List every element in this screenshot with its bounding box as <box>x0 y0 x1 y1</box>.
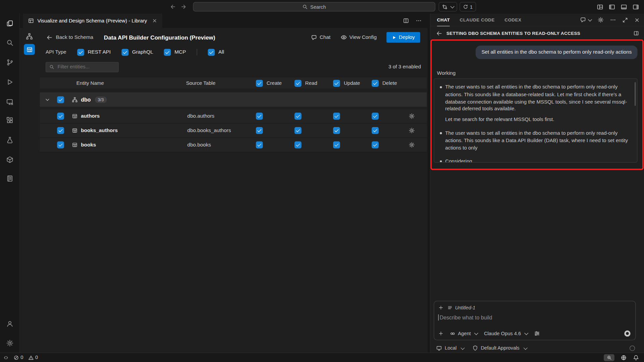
activity-bar <box>0 13 20 353</box>
col-read-checkbox[interactable] <box>294 80 302 87</box>
mcp-checkbox[interactable] <box>164 49 171 56</box>
table-designer-button[interactable] <box>24 44 35 55</box>
tab-visualize-design-schema[interactable]: Visualize and Design Schema (Preview) - … <box>23 13 162 28</box>
tab-claude-code[interactable]: CLAUDE CODE <box>460 13 495 26</box>
filter-entities-input[interactable] <box>57 64 112 70</box>
row-settings-gear-icon[interactable] <box>409 142 415 148</box>
problems-errors[interactable]: 0 <box>13 355 23 360</box>
command-center-search[interactable]: Search <box>193 2 435 11</box>
attach-icon[interactable] <box>438 331 444 336</box>
back-label: Back to Schema <box>56 35 93 40</box>
thought-item: The user wants to set all entities in th… <box>439 130 631 152</box>
git-compare-button[interactable] <box>439 2 457 11</box>
rest-api-checkbox-option[interactable]: REST API <box>77 49 111 56</box>
user-message-bubble: Set all entities in the dbo schema to pe… <box>476 46 637 59</box>
chat-settings-gear-icon[interactable] <box>598 17 604 23</box>
row-authors-read-checkbox[interactable] <box>294 113 302 120</box>
col-delete-checkbox[interactable] <box>372 80 379 87</box>
schema-view-button[interactable] <box>24 31 35 42</box>
notifications-bell-icon[interactable] <box>633 354 639 360</box>
view-config-button[interactable]: View Config <box>340 34 377 41</box>
new-chat-dropdown[interactable] <box>580 17 591 23</box>
toggle-panel-icon[interactable] <box>621 3 627 10</box>
zoom-status-button[interactable] <box>604 354 614 361</box>
row-books-authors-read-checkbox[interactable] <box>294 127 302 134</box>
table-entity-icon <box>72 142 77 148</box>
open-session-split-icon[interactable] <box>633 31 639 36</box>
row-books-delete-checkbox[interactable] <box>372 141 379 148</box>
chat-more-actions-icon[interactable] <box>610 17 616 23</box>
sidebar-item-database-projects[interactable] <box>0 150 19 169</box>
row-books-authors-update-checkbox[interactable] <box>333 127 340 134</box>
row-books-update-checkbox[interactable] <box>333 141 340 148</box>
language-globe-icon[interactable] <box>621 354 627 360</box>
sidebar-item-explorer[interactable] <box>0 14 19 33</box>
chat-input[interactable]: Describe what to build <box>438 314 632 320</box>
sidebar-item-testing[interactable] <box>0 131 19 149</box>
col-create-checkbox[interactable] <box>256 80 263 87</box>
editor-more-actions-icon[interactable] <box>416 18 422 24</box>
row-books-read-checkbox[interactable] <box>294 141 302 148</box>
group-dbo-checkbox[interactable] <box>57 96 64 103</box>
row-authors-checkbox[interactable] <box>57 113 64 120</box>
graphql-checkbox[interactable] <box>121 49 128 56</box>
chat-button[interactable]: Chat <box>311 34 330 40</box>
send-button[interactable] <box>624 330 630 337</box>
scrollbar-thumb[interactable] <box>635 82 636 106</box>
filter-entities-box[interactable] <box>46 62 119 72</box>
history-back-button[interactable] <box>169 4 175 10</box>
model-picker[interactable]: Claude Opus 4.6 <box>484 330 528 336</box>
graphql-checkbox-option[interactable]: GraphQL <box>121 49 153 56</box>
warning-triangle-icon <box>28 355 34 360</box>
customize-layout-icon[interactable] <box>597 3 603 10</box>
hierarchy-icon <box>26 33 33 40</box>
add-context-icon[interactable] <box>438 305 444 310</box>
tools-sliders-icon[interactable] <box>534 330 540 337</box>
session-progress-icon <box>630 345 635 351</box>
sidebar-item-extensions[interactable] <box>0 111 19 129</box>
account-button[interactable] <box>0 315 19 333</box>
row-books-create-checkbox[interactable] <box>256 141 263 148</box>
row-authors-update-checkbox[interactable] <box>333 113 340 120</box>
session-back-icon[interactable] <box>436 30 442 36</box>
mcp-checkbox-option[interactable]: MCP <box>164 49 186 56</box>
col-update-checkbox[interactable] <box>333 80 340 87</box>
row-authors-delete-checkbox[interactable] <box>372 113 379 120</box>
rest-api-checkbox[interactable] <box>77 49 84 56</box>
deploy-button[interactable]: Deploy <box>386 32 420 43</box>
row-settings-gear-icon[interactable] <box>409 113 415 119</box>
sidebar-item-run-debug[interactable] <box>0 73 19 91</box>
tab-codex[interactable]: CODEX <box>504 13 521 26</box>
expand-chat-icon[interactable] <box>622 17 628 23</box>
toggle-primary-sidebar-icon[interactable] <box>609 3 615 10</box>
sidebar-item-search[interactable] <box>0 34 19 52</box>
sync-status-button[interactable]: 1 <box>460 2 476 11</box>
row-books-authors-checkbox[interactable] <box>57 127 64 134</box>
toggle-secondary-sidebar-icon[interactable] <box>633 3 639 10</box>
remote-indicator-icon[interactable] <box>3 355 9 360</box>
all-checkbox[interactable] <box>208 49 215 56</box>
settings-button[interactable] <box>0 334 19 352</box>
context-file-chip[interactable]: Untitled-1 <box>447 305 475 310</box>
history-forward-button[interactable] <box>181 4 187 10</box>
row-books-authors-create-checkbox[interactable] <box>256 127 263 134</box>
row-books-authors-delete-checkbox[interactable] <box>372 127 379 134</box>
arrow-left-icon <box>46 34 52 40</box>
environment-picker[interactable]: Local <box>436 345 464 351</box>
back-to-schema-button[interactable]: Back to Schema <box>46 34 93 40</box>
collapse-chevron-icon[interactable] <box>45 97 50 102</box>
sidebar-item-source-control[interactable] <box>0 53 19 71</box>
mode-picker[interactable]: Agent <box>450 330 478 336</box>
sidebar-item-notebooks[interactable] <box>0 170 19 188</box>
split-editor-icon[interactable] <box>403 18 409 24</box>
row-settings-gear-icon[interactable] <box>409 127 415 133</box>
approvals-picker[interactable]: Default Approvals <box>472 345 527 351</box>
close-chat-icon[interactable] <box>634 17 640 23</box>
problems-warnings[interactable]: 0 <box>28 355 38 360</box>
close-tab-icon[interactable] <box>152 18 157 23</box>
sidebar-item-remote-explorer[interactable] <box>0 93 19 111</box>
row-authors-create-checkbox[interactable] <box>256 113 263 120</box>
tab-chat[interactable]: CHAT <box>437 13 450 26</box>
all-checkbox-option[interactable]: All <box>208 49 224 56</box>
row-books-checkbox[interactable] <box>57 141 64 148</box>
